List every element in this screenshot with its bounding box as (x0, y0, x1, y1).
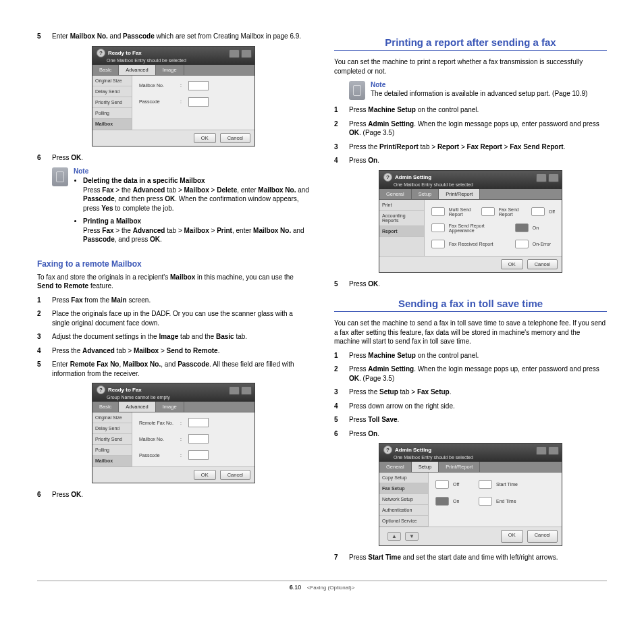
help-icon: ? (97, 385, 105, 394)
passcode-input[interactable] (188, 450, 209, 460)
rstep-2: Place the originals face up in the DADF.… (37, 309, 310, 327)
step-6b-wrap: Press OK. (37, 490, 310, 500)
tab-advanced[interactable]: Advanced (119, 402, 155, 412)
heading-toll-save: Sending a fax in toll save time (334, 298, 607, 312)
cancel-button[interactable]: Cancel (527, 259, 558, 269)
tab-basic[interactable]: Basic (92, 65, 119, 75)
dialog-title: Ready to Fax (108, 50, 142, 56)
dialog-title: Ready to Fax (108, 387, 142, 393)
header-btn-1[interactable] (229, 49, 240, 58)
side-mailbox[interactable]: Mailbox (92, 119, 132, 130)
heading-print-report: Printing a report after sending a fax (334, 36, 607, 51)
step-5-ok: Press OK. (334, 279, 607, 289)
mailbox-no-input[interactable] (188, 434, 209, 444)
side-priority-send[interactable]: Priority Send (92, 97, 132, 108)
rstep-3: Adjust the document settings in the Imag… (37, 332, 310, 342)
para-print-report: You can set the machine to print a repor… (334, 57, 607, 76)
step-6: Press OK. (37, 153, 310, 163)
ui-print-report-dialog: ?Admin Setting One Mailbox Entry should … (379, 170, 562, 273)
side-delay-send[interactable]: Delay Send (92, 86, 132, 97)
step-6-wrap: Press OK. (37, 153, 310, 163)
rstep-5: Enter Remote Fax No, Mailbox No., and Pa… (37, 360, 310, 378)
steps-toll-save: Press Machine Setup on the control panel… (334, 351, 607, 439)
dialog-subtitle: One Mailbox Entry should be selected (107, 58, 250, 63)
step-7: Press Start Time and set the start date … (334, 553, 607, 562)
rstep-1: Press Fax from the Main screen. (37, 296, 310, 305)
note-bullet-print: Printing a Mailbox Press Fax > the Advan… (83, 217, 310, 244)
tab-setup[interactable]: Setup (412, 189, 439, 199)
side-original-size[interactable]: Original Size (92, 76, 132, 86)
left-column: Enter Mailbox No. and Passcode which are… (37, 27, 310, 567)
tab-image[interactable]: Image (156, 65, 184, 75)
tab-image[interactable]: Image (156, 402, 184, 412)
ui-toll-save-dialog: ?Admin Setting One Mailbox Entry should … (379, 443, 562, 546)
tab-print-report[interactable]: Print/Report (439, 189, 480, 199)
ui-remote-dialog: ?Ready to Fax Group Name cannot be empty… (92, 383, 255, 483)
sub-faxing-remote: Faxing to a remote Mailbox (37, 259, 310, 269)
tab-general[interactable]: General (379, 189, 412, 199)
side-polling[interactable]: Polling (92, 108, 132, 119)
note-delete-print: Note Deleting the data in a specific Mai… (52, 167, 310, 248)
ok-button[interactable]: OK (194, 470, 216, 480)
tab-basic[interactable]: Basic (92, 402, 119, 412)
passcode-label: Passcode (139, 99, 176, 104)
note-advanced-setup: Note The detailed information is availab… (349, 81, 607, 100)
help-icon: ? (383, 173, 392, 182)
note-label: Note (74, 167, 310, 175)
cancel-button[interactable]: Cancel (220, 470, 250, 480)
help-icon: ? (97, 49, 105, 57)
ok-button[interactable]: OK (501, 530, 523, 543)
page-footer: 6.10 <Faxing (Optional)> (37, 581, 607, 591)
side-list: Original Size Delay Send Priority Send P… (92, 76, 132, 130)
passcode-input[interactable] (188, 97, 209, 107)
step-5: Enter Mailbox No. and Passcode which are… (37, 32, 310, 41)
mailbox-no-input[interactable] (188, 81, 209, 90)
header-btn-2[interactable] (241, 49, 252, 58)
step-6b: Press OK. (37, 490, 310, 500)
note-icon (349, 81, 365, 100)
mailbox-no-label: Mailbox No. (139, 83, 176, 88)
note-bullet-delete: Deleting the data in a specific Mailbox … (83, 176, 310, 213)
tabs: Basic Advanced Image (92, 65, 254, 76)
arrow-up-icon[interactable]: ▲ (387, 532, 401, 541)
cancel-button[interactable]: Cancel (527, 530, 558, 543)
note-icon (52, 167, 68, 186)
arrow-down-icon[interactable]: ▼ (405, 532, 419, 541)
steps-mailbox-continued: Enter Mailbox No. and Passcode which are… (37, 32, 310, 41)
steps-print-report: Press Machine Setup on the control panel… (334, 105, 607, 165)
remote-fax-input[interactable] (188, 418, 209, 427)
cancel-button[interactable]: Cancel (220, 133, 250, 143)
tab-advanced[interactable]: Advanced (119, 65, 155, 75)
dialog-subtitle: Group Name cannot be empty (107, 395, 250, 400)
two-column-layout: Enter Mailbox No. and Passcode which are… (37, 27, 607, 567)
para-toll-save: You can set the machine to send a fax in… (334, 319, 607, 346)
ok-button[interactable]: OK (501, 259, 523, 269)
right-column: Printing a report after sending a fax Yo… (334, 27, 607, 567)
rstep-4: Press the Advanced tab > Mailbox > Send … (37, 346, 310, 356)
ui-mailbox-dialog: ? Ready to Fax One Mailbox Entry should … (92, 46, 255, 146)
help-icon: ? (383, 446, 392, 454)
steps-remote: Press Fax from the Main screen. Place th… (37, 296, 310, 379)
para-remote-intro: To fax and store the originals in a reci… (37, 273, 310, 291)
ok-button[interactable]: OK (194, 133, 216, 143)
